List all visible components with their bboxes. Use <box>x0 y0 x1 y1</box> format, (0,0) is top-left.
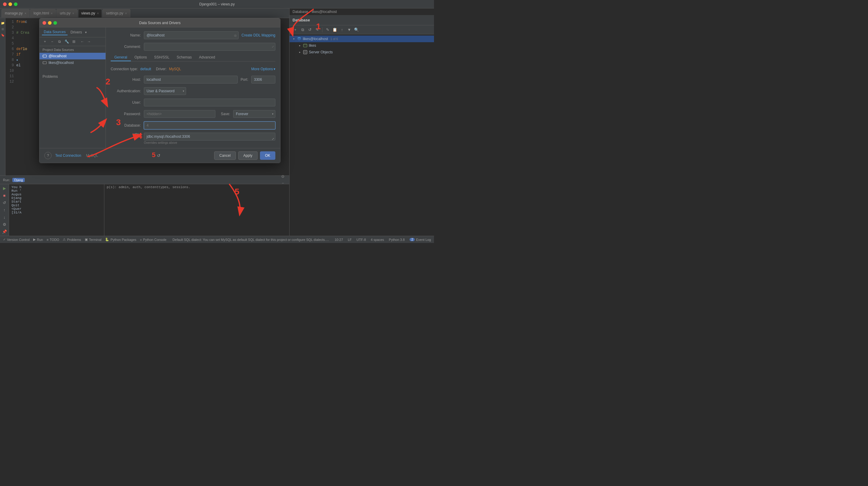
mysql-badge: MySQL <box>86 154 98 158</box>
chevron-down-icon: ▾ <box>274 67 275 71</box>
datasource-icon <box>42 61 47 65</box>
close-icon[interactable]: × <box>25 12 26 15</box>
bookmarks-icon[interactable]: 🔖 <box>0 33 5 37</box>
help-button[interactable]: ? <box>44 152 52 159</box>
expand-arrow[interactable]: ▸ <box>298 50 302 54</box>
expand-arrow[interactable]: ▾ <box>292 37 296 41</box>
test-connection-link[interactable]: Test Connection <box>55 154 81 158</box>
maximize-button[interactable] <box>14 2 18 6</box>
url-input[interactable] <box>144 133 275 140</box>
stop-button[interactable]: ■ <box>1 193 8 199</box>
back-button[interactable]: ← <box>79 39 85 44</box>
settings-icon[interactable]: ⚙ <box>1 221 8 227</box>
create-ddl-link[interactable]: Create DDL Mapping <box>242 33 275 37</box>
annotation-5: 5 <box>152 151 156 159</box>
scroll-down-button[interactable]: ↓ <box>1 214 8 220</box>
name-input[interactable] <box>144 31 239 39</box>
tab-views-py[interactable]: views.py × <box>78 9 102 18</box>
password-input[interactable] <box>144 110 215 118</box>
apply-button[interactable]: Apply <box>238 151 257 160</box>
problems-item[interactable]: ⚠ Problems <box>63 237 81 241</box>
forward-button[interactable]: → <box>86 39 92 44</box>
terminal-item[interactable]: ▣ Terminal <box>85 237 102 241</box>
password-row: Password: Save: Forever ▾ <box>111 110 275 118</box>
more-options-link[interactable]: More Options ▾ <box>251 67 275 71</box>
database-input[interactable] <box>144 122 275 129</box>
expand-button[interactable]: ⊞ <box>71 39 77 44</box>
tab-urls-py[interactable]: urls.py × <box>56 9 77 18</box>
event-log-item[interactable]: 2 Event Log <box>409 238 431 241</box>
cancel-button[interactable]: Cancel <box>214 151 236 160</box>
down-button[interactable]: ▼ <box>346 27 352 33</box>
settings-icon[interactable]: ⚙ <box>280 173 286 180</box>
problems-label: Problems <box>67 238 81 241</box>
dialog-left-toolbar: + − ⧉ 🔧 ⊞ ← → <box>39 37 105 46</box>
tree-item-likes-localhost[interactable]: ▾ likes@localhost 1 of 6 <box>289 36 434 42</box>
tab-label: settings.py <box>106 11 123 15</box>
python-console-item[interactable]: » Python Console <box>140 238 166 241</box>
tab-login-html[interactable]: login.html × <box>30 9 56 18</box>
close-button[interactable] <box>3 2 7 6</box>
copy2-button[interactable]: 📋 <box>332 27 338 33</box>
ok-button[interactable]: OK <box>260 151 275 160</box>
dialog-minimize-button[interactable] <box>48 21 52 25</box>
add-button[interactable]: + <box>292 27 299 33</box>
structure-icon[interactable]: ⊞ <box>0 27 5 31</box>
add-datasource-button[interactable]: + <box>42 39 48 44</box>
tab-advanced[interactable]: Advanced <box>195 54 219 61</box>
tree-item-likes[interactable]: ▸ likes <box>289 42 434 49</box>
tab-general[interactable]: General <box>111 54 131 61</box>
edit-button[interactable]: ✎ <box>314 27 320 33</box>
name-row: Name: ◎ Create DDL Mapping <box>111 31 275 39</box>
close-icon[interactable]: × <box>72 12 74 15</box>
tab-ssh-ssl[interactable]: SSH/SSL <box>151 54 173 61</box>
rerun-button[interactable]: ↺ <box>1 200 8 206</box>
run-output-right: p(s): admin, auth, contenttypes, session… <box>104 184 289 236</box>
tab-schemas[interactable]: Schemas <box>173 54 195 61</box>
python-version-label: Python 3.8 <box>389 238 405 241</box>
python-packages-item[interactable]: 🐍 Python Packages <box>105 237 136 241</box>
close-icon[interactable]: × <box>51 12 53 15</box>
comment-input[interactable] <box>144 43 275 51</box>
refresh-button[interactable]: ↺ <box>157 153 160 158</box>
dialog-maximize-button[interactable] <box>53 21 57 25</box>
database-panel-title: Database <box>292 18 310 22</box>
copy-datasource-button[interactable]: ⧉ <box>56 39 62 44</box>
scroll-up-button[interactable]: ↑ <box>1 207 8 213</box>
close-icon[interactable]: × <box>125 12 127 15</box>
tab-data-sources[interactable]: Data Sources <box>42 29 67 35</box>
datasource-item-localhost[interactable]: @localhost <box>39 53 105 59</box>
tab-label: manage.py <box>5 11 23 15</box>
version-control-item[interactable]: ✓ Version Control <box>3 237 30 241</box>
port-input[interactable] <box>251 76 275 84</box>
dialog-close-button[interactable] <box>42 21 46 25</box>
remove-datasource-button[interactable]: − <box>49 39 55 44</box>
tab-settings-py[interactable]: settings.py × <box>102 9 130 18</box>
user-input[interactable] <box>144 99 275 106</box>
run-item[interactable]: ▶ Run <box>33 237 43 241</box>
pin-icon[interactable]: 📌 <box>1 229 8 234</box>
search-button[interactable]: 🔍 <box>353 27 360 33</box>
drivers-dropdown-arrow[interactable]: ▾ <box>85 30 87 34</box>
close-icon[interactable]: × <box>97 12 99 15</box>
wrench-icon[interactable]: 🔧 <box>64 39 70 44</box>
tree-item-server-objects[interactable]: ▸ Server Objects <box>289 49 434 56</box>
datasource-item-likes-localhost[interactable]: likes@localhost <box>39 59 105 66</box>
auth-select[interactable]: User & Password <box>144 87 186 95</box>
todo-item[interactable]: ≡ TODO <box>46 238 59 241</box>
save-select[interactable]: Forever <box>233 110 275 118</box>
copy-button[interactable]: ⧉ <box>299 27 306 33</box>
edit2-button[interactable]: ✎ <box>324 27 331 33</box>
project-icon[interactable]: 📁 <box>0 21 5 25</box>
expand-arrow[interactable]: ▸ <box>298 44 302 47</box>
tab-options[interactable]: Options <box>131 54 151 61</box>
minimize-button[interactable] <box>8 2 12 6</box>
run-panel-header: Run: Djang ⚙ − <box>0 176 289 184</box>
run-button[interactable]: ▶ <box>1 186 8 191</box>
user-label: User: <box>111 100 141 105</box>
up-button[interactable]: ↑ <box>339 27 345 33</box>
host-input[interactable] <box>144 76 238 84</box>
tab-manage-py[interactable]: manage.py × <box>1 9 30 18</box>
tab-drivers[interactable]: Drivers <box>69 30 84 35</box>
refresh-button[interactable]: ↺ <box>306 27 313 33</box>
